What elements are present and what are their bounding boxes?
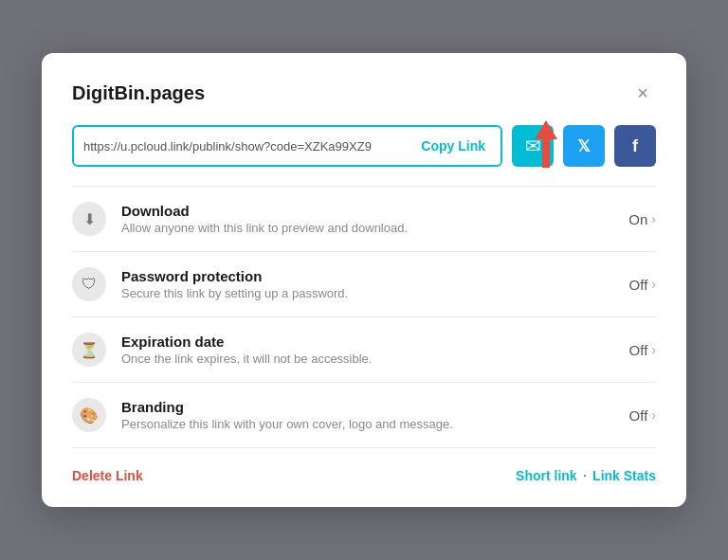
password-status: Off › [629,277,656,293]
download-setting-row[interactable]: ⬇ Download Allow anyone with this link t… [72,187,656,252]
expiration-chevron: › [651,342,656,357]
expiration-setting-row[interactable]: ⏳ Expiration date Once the link expires,… [72,317,656,383]
link-row: Copy Link ✉ 𝕏 f [72,125,656,167]
copy-link-button[interactable]: Copy Link [415,138,491,154]
modal-footer: Delete Link Short link · Link Stats [72,467,656,484]
expiration-desc: Once the link expires, it will not be ac… [121,352,614,366]
download-chevron: › [651,211,656,226]
email-share-button[interactable]: ✉ [512,125,554,167]
download-desc: Allow anyone with this link to preview a… [121,221,613,235]
branding-setting-row[interactable]: 🎨 Branding Personalize this link with yo… [72,383,656,448]
facebook-share-button[interactable]: f [614,125,656,167]
modal-header: DigitBin.pages × [72,80,656,106]
share-modal: DigitBin.pages × Copy Link ✉ 𝕏 f ⬇ [42,53,686,507]
twitter-icon: 𝕏 [577,136,591,156]
expiration-icon: ⏳ [72,333,106,367]
modal-title: DigitBin.pages [72,82,205,104]
twitter-share-button[interactable]: 𝕏 [563,125,605,167]
expiration-label: Expiration date [121,334,614,350]
password-setting-text: Password protection Secure this link by … [121,268,614,300]
branding-setting-text: Branding Personalize this link with your… [121,399,614,431]
password-status-value: Off [629,277,648,293]
download-label: Download [121,203,613,219]
download-status-value: On [628,211,647,227]
branding-label: Branding [121,399,614,415]
short-link-button[interactable]: Short link [516,468,577,483]
download-setting-text: Download Allow anyone with this link to … [121,203,613,235]
close-button[interactable]: × [629,80,656,106]
download-icon: ⬇ [72,202,106,236]
branding-status-value: Off [629,407,648,424]
settings-list: ⬇ Download Allow anyone with this link t… [72,186,656,448]
download-status: On › [628,211,656,227]
password-desc: Secure this link by setting up a passwor… [121,286,614,300]
footer-right: Short link · Link Stats [516,467,656,484]
expiration-status-value: Off [629,342,648,358]
branding-desc: Personalize this link with your own cove… [121,417,614,431]
link-stats-button[interactable]: Link Stats [592,468,656,483]
footer-separator: · [583,467,587,484]
password-label: Password protection [121,268,614,284]
expiration-setting-text: Expiration date Once the link expires, i… [121,334,614,366]
expiration-status: Off › [629,342,656,358]
password-setting-row[interactable]: 🛡 Password protection Secure this link b… [72,252,656,317]
branding-chevron: › [651,407,656,423]
password-icon: 🛡 [72,267,106,301]
branding-icon: 🎨 [72,398,106,432]
password-chevron: › [651,277,656,292]
branding-status: Off › [629,407,656,424]
facebook-icon: f [632,136,638,156]
link-input[interactable] [83,139,415,154]
delete-link-button[interactable]: Delete Link [72,468,143,483]
email-icon: ✉ [525,135,541,157]
link-input-wrap: Copy Link [72,125,502,167]
